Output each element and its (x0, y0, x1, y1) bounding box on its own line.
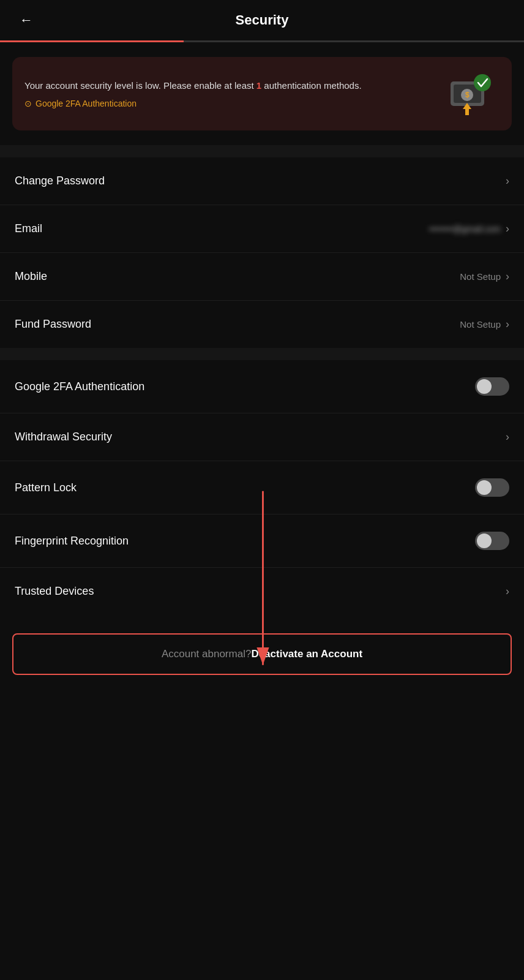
progress-bar-fill (0, 40, 184, 42)
chevron-right-icon: › (506, 318, 509, 331)
alert-illustration: $ (444, 69, 500, 118)
warning-icon: ⊙ (24, 99, 32, 108)
chevron-right-icon: › (506, 431, 509, 443)
mobile-right: Not Setup › (460, 270, 509, 283)
fund-password-item[interactable]: Fund Password Not Setup › (0, 301, 524, 348)
page-title: Security (236, 12, 289, 28)
toggle-knob (477, 480, 492, 495)
fund-password-right: Not Setup › (460, 318, 509, 331)
email-value: ••••••••@gmail.com (429, 224, 501, 234)
security-alert-banner: Your account security level is low. Plea… (12, 57, 512, 130)
back-button[interactable]: ← (15, 10, 38, 31)
withdrawal-security-item[interactable]: Withdrawal Security › (0, 413, 524, 461)
email-item[interactable]: Email ••••••••@gmail.com › (0, 205, 524, 253)
svg-point-6 (474, 74, 491, 91)
chevron-right-icon: › (506, 270, 509, 283)
progress-bar (0, 40, 524, 42)
change-password-right: › (506, 175, 509, 187)
mobile-value: Not Setup (460, 271, 501, 282)
email-right: ••••••••@gmail.com › (429, 222, 509, 235)
fingerprint-recognition-item[interactable]: Fingerprint Recognition (0, 514, 524, 568)
section-security: Google 2FA Authentication Withdrawal Sec… (0, 360, 524, 615)
section-gap-1 (0, 145, 524, 157)
google-2fa-item[interactable]: Google 2FA Authentication (0, 360, 524, 413)
google-2fa-toggle[interactable] (475, 377, 509, 396)
deactivate-prefix: Account abnormal? (162, 648, 251, 660)
withdrawal-right: › (506, 431, 509, 443)
svg-text:$: $ (465, 91, 470, 99)
pattern-lock-toggle[interactable] (475, 478, 509, 497)
deactivate-action: Deactivate an Account (251, 648, 362, 660)
progress-bar-rest (184, 40, 524, 42)
fingerprint-toggle[interactable] (475, 532, 509, 550)
toggle-knob (477, 379, 492, 394)
mobile-item[interactable]: Mobile Not Setup › (0, 253, 524, 301)
chevron-right-icon: › (506, 585, 509, 598)
alert-text-block: Your account security level is low. Plea… (24, 79, 435, 109)
alert-main-text: Your account security level is low. Plea… (24, 79, 435, 93)
deactivate-account-box[interactable]: Account abnormal? Deactivate an Account (12, 633, 512, 675)
bottom-section: Account abnormal? Deactivate an Account (0, 633, 524, 714)
section-gap-2 (0, 348, 524, 360)
chevron-right-icon: › (506, 175, 509, 187)
toggle-knob (477, 533, 492, 548)
fund-password-value: Not Setup (460, 319, 501, 330)
trusted-devices-right: › (506, 585, 509, 598)
google-2fa-alert-link[interactable]: ⊙ Google 2FA Authentication (24, 99, 435, 108)
section-account: Change Password › Email ••••••••@gmail.c… (0, 157, 524, 348)
svg-rect-8 (465, 109, 469, 115)
chevron-right-icon: › (506, 222, 509, 235)
header: ← Security (0, 0, 524, 40)
change-password-item[interactable]: Change Password › (0, 157, 524, 205)
trusted-devices-item[interactable]: Trusted Devices › (0, 568, 524, 615)
pattern-lock-item[interactable]: Pattern Lock (0, 461, 524, 514)
